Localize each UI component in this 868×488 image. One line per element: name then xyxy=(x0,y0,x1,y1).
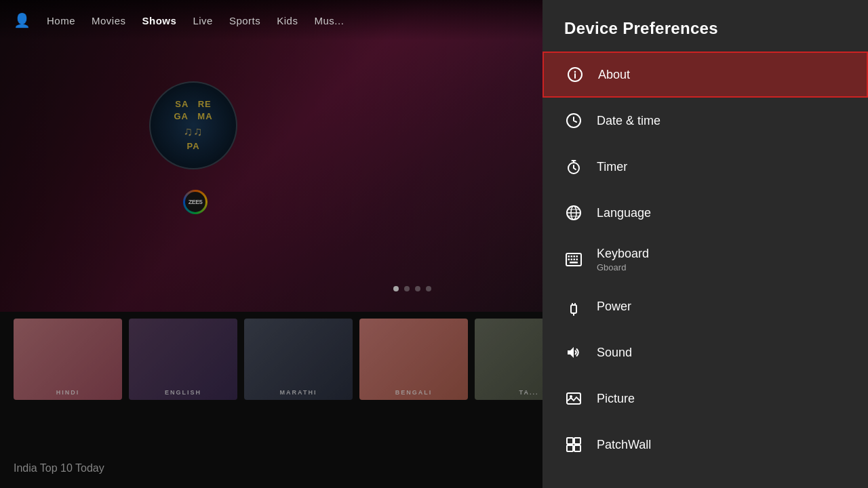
svg-rect-22 xyxy=(570,262,578,264)
settings-item-picture-label: Picture xyxy=(597,392,846,406)
svg-rect-23 xyxy=(571,305,576,313)
svg-rect-17 xyxy=(576,256,578,258)
svg-rect-30 xyxy=(567,438,573,444)
settings-item-picture[interactable]: Picture xyxy=(542,375,868,422)
thumb-ta-label: TA... xyxy=(475,389,542,396)
settings-item-timer-text: Timer xyxy=(597,160,846,174)
settings-item-datetime-label: Date & time xyxy=(597,114,846,128)
svg-rect-21 xyxy=(576,259,578,261)
thumb-ta[interactable]: TA... xyxy=(475,319,542,400)
svg-rect-16 xyxy=(574,256,576,258)
zee5-label: ZEE5 xyxy=(189,199,203,205)
settings-panel: Device Preferences About xyxy=(542,0,868,488)
nav-movies[interactable]: Movies xyxy=(92,15,126,26)
logo-music-note: ♫♫ xyxy=(184,123,203,140)
svg-marker-27 xyxy=(568,347,574,358)
hero-section: 👤 Home Movies Shows Live Sports Kids Mus… xyxy=(0,0,542,312)
settings-item-power-text: Power xyxy=(597,300,846,314)
nav-music[interactable]: Mus... xyxy=(314,15,344,26)
settings-item-sound[interactable]: Sound xyxy=(542,329,868,375)
thumb-english-label: ENGLISH xyxy=(129,389,237,396)
clock-icon xyxy=(564,111,583,130)
settings-item-keyboard-text: Keyboard Gboard xyxy=(597,247,846,272)
svg-rect-14 xyxy=(568,256,570,258)
content-below: HINDI ENGLISH MARATHI BENGALI TA... Indi… xyxy=(0,312,542,488)
nav-kids[interactable]: Kids xyxy=(277,15,298,26)
svg-rect-33 xyxy=(574,445,580,451)
navbar: 👤 Home Movies Shows Live Sports Kids Mus… xyxy=(0,0,542,41)
hero-logo: SA RE GA MA ♫♫ PA xyxy=(149,81,237,169)
carousel-dot-2[interactable] xyxy=(404,286,410,291)
settings-item-timer-label: Timer xyxy=(597,160,846,174)
settings-item-about[interactable]: About xyxy=(542,52,868,98)
zee5-badge: ZEE5 xyxy=(183,190,208,214)
settings-item-sound-text: Sound xyxy=(597,346,846,360)
settings-title: Device Preferences xyxy=(542,0,868,52)
plug-icon xyxy=(564,297,583,316)
nav-shows[interactable]: Shows xyxy=(142,15,177,26)
picture-icon xyxy=(564,389,583,408)
settings-list: About Date & time xyxy=(542,52,868,485)
stopwatch-icon xyxy=(564,157,583,176)
settings-item-datetime-text: Date & time xyxy=(597,114,846,128)
settings-item-keyboard-sublabel: Gboard xyxy=(597,262,846,272)
info-circle-icon xyxy=(566,65,585,84)
volume-icon xyxy=(564,343,583,362)
background-content: 👤 Home Movies Shows Live Sports Kids Mus… xyxy=(0,0,542,488)
settings-item-language-label: Language xyxy=(597,206,846,220)
settings-item-sound-label: Sound xyxy=(597,346,846,360)
svg-rect-19 xyxy=(571,259,573,261)
settings-item-language[interactable]: Language xyxy=(542,190,868,236)
user-icon: 👤 xyxy=(14,12,31,28)
thumbnails: HINDI ENGLISH MARATHI BENGALI TA... xyxy=(14,319,529,400)
thumb-bengali[interactable]: BENGALI xyxy=(359,319,468,400)
settings-item-datetime[interactable]: Date & time xyxy=(542,98,868,144)
hero-overlay xyxy=(0,0,542,312)
nav-home[interactable]: Home xyxy=(47,15,75,26)
logo-line3: PA xyxy=(186,140,199,152)
settings-item-timer[interactable]: Timer xyxy=(542,144,868,190)
logo-line2: GA MA xyxy=(174,110,212,123)
settings-item-language-text: Language xyxy=(597,206,846,220)
carousel-dot-4[interactable] xyxy=(426,286,431,291)
svg-rect-20 xyxy=(574,259,576,261)
settings-item-power[interactable]: Power xyxy=(542,283,868,329)
settings-item-keyboard-label: Keyboard xyxy=(597,247,846,261)
thumb-english[interactable]: ENGLISH xyxy=(129,319,237,400)
thumb-marathi-label: MARATHI xyxy=(244,389,353,396)
logo-line1: SA RE xyxy=(175,98,211,110)
thumb-hindi[interactable]: HINDI xyxy=(14,319,122,400)
settings-item-keyboard[interactable]: Keyboard Gboard xyxy=(542,236,868,283)
settings-item-patchwall-label: PatchWall xyxy=(597,438,846,452)
thumb-hindi-label: HINDI xyxy=(14,389,122,396)
carousel-dots xyxy=(393,286,431,291)
settings-item-patchwall-text: PatchWall xyxy=(597,438,846,452)
patchwall-icon xyxy=(564,435,583,454)
thumb-marathi[interactable]: MARATHI xyxy=(244,319,353,400)
settings-item-power-label: Power xyxy=(597,300,846,314)
svg-rect-32 xyxy=(567,445,573,451)
globe-icon xyxy=(564,203,583,222)
carousel-dot-1[interactable] xyxy=(393,286,399,291)
india-top-label: India Top 10 Today xyxy=(14,462,104,474)
zee5-circle: ZEE5 xyxy=(183,190,208,214)
settings-item-picture-text: Picture xyxy=(597,392,846,406)
svg-rect-18 xyxy=(568,259,570,261)
svg-rect-31 xyxy=(574,438,580,444)
settings-item-about-text: About xyxy=(598,68,845,82)
thumb-bengali-label: BENGALI xyxy=(359,389,468,396)
carousel-dot-3[interactable] xyxy=(415,286,420,291)
svg-point-3 xyxy=(574,71,576,73)
keyboard-icon xyxy=(564,250,583,269)
settings-item-about-label: About xyxy=(598,68,845,82)
nav-sports[interactable]: Sports xyxy=(229,15,260,26)
settings-item-patchwall[interactable]: PatchWall xyxy=(542,422,868,468)
nav-live[interactable]: Live xyxy=(193,15,213,26)
svg-rect-15 xyxy=(571,256,573,258)
